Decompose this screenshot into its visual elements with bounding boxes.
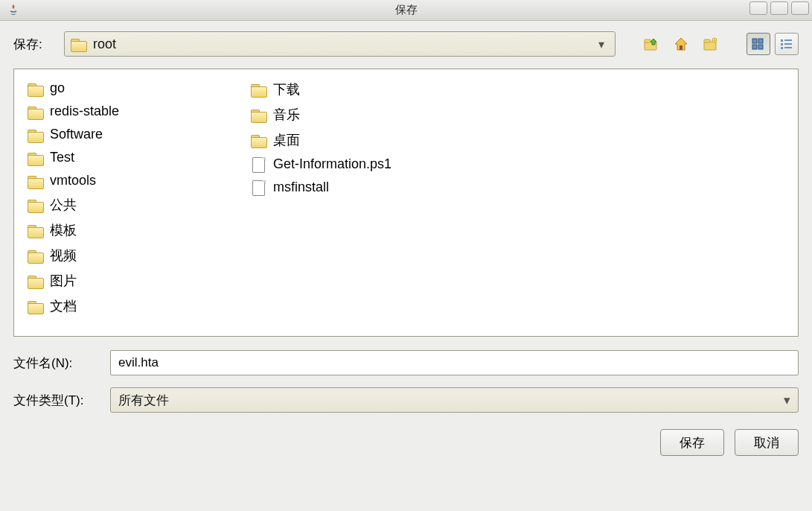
filename-input[interactable] bbox=[110, 350, 799, 375]
maximize-button[interactable] bbox=[770, 1, 788, 15]
filename-row: 文件名(N): bbox=[0, 344, 812, 381]
folder-item[interactable]: 下载 bbox=[248, 77, 441, 102]
folder-icon bbox=[28, 249, 44, 262]
home-button[interactable] bbox=[669, 32, 693, 56]
item-label: 图片 bbox=[50, 272, 77, 290]
svg-rect-14 bbox=[781, 47, 783, 49]
folder-icon bbox=[28, 299, 44, 313]
svg-rect-15 bbox=[784, 47, 792, 48]
save-button[interactable]: 保存 bbox=[660, 429, 724, 456]
details-view-button[interactable] bbox=[775, 33, 799, 55]
folder-item[interactable]: Test bbox=[25, 146, 218, 169]
minimize-button[interactable] bbox=[749, 1, 767, 15]
window-title: 保存 bbox=[395, 3, 418, 17]
item-label: Software bbox=[50, 127, 103, 142]
svg-rect-8 bbox=[752, 45, 757, 49]
list-view-button[interactable] bbox=[747, 33, 770, 55]
filename-label: 文件名(N): bbox=[13, 355, 97, 372]
title-bar: 保存 bbox=[0, 0, 812, 21]
folder-icon bbox=[28, 151, 44, 165]
location-dropdown[interactable]: root ▾ bbox=[64, 31, 616, 57]
file-item[interactable]: Get-Information.ps1 bbox=[248, 153, 441, 176]
svg-rect-10 bbox=[781, 39, 783, 42]
item-label: go bbox=[50, 80, 65, 96]
folder-item[interactable]: Software bbox=[25, 123, 218, 146]
item-label: 音乐 bbox=[273, 106, 300, 124]
svg-rect-7 bbox=[758, 39, 763, 43]
folder-item[interactable]: go bbox=[25, 77, 218, 100]
location-toolbar: 保存: root ▾ bbox=[0, 21, 812, 64]
folder-icon bbox=[28, 174, 44, 188]
file-list-pane[interactable]: goredis-stableSoftwareTestvmtools公共模板视频图… bbox=[13, 69, 799, 337]
folder-icon bbox=[251, 133, 267, 147]
item-label: 模板 bbox=[50, 221, 77, 239]
folder-item[interactable]: vmtools bbox=[25, 169, 218, 192]
svg-rect-13 bbox=[784, 43, 792, 45]
file-item[interactable]: msfinstall bbox=[248, 176, 441, 199]
item-label: msfinstall bbox=[273, 180, 329, 195]
folder-item[interactable]: redis-stable bbox=[25, 100, 218, 123]
java-icon bbox=[4, 1, 22, 19]
folder-icon bbox=[28, 82, 44, 95]
close-button[interactable] bbox=[791, 1, 809, 15]
cancel-button[interactable]: 取消 bbox=[735, 429, 799, 456]
item-label: 视频 bbox=[50, 247, 77, 264]
svg-rect-4 bbox=[704, 39, 710, 42]
filetype-row: 文件类型(T): 所有文件 ▾ bbox=[0, 381, 812, 419]
item-label: 公共 bbox=[50, 196, 77, 214]
item-label: redis-stable bbox=[50, 104, 119, 119]
svg-rect-11 bbox=[784, 39, 792, 41]
item-label: 桌面 bbox=[273, 131, 300, 149]
folder-item[interactable]: 音乐 bbox=[248, 102, 441, 127]
up-one-level-button[interactable] bbox=[639, 32, 663, 56]
save-in-label: 保存: bbox=[13, 36, 54, 53]
file-icon bbox=[251, 157, 267, 172]
folder-item[interactable]: 图片 bbox=[25, 268, 218, 293]
chevron-down-icon: ▾ bbox=[776, 393, 790, 408]
folder-icon bbox=[251, 83, 267, 96]
folder-icon bbox=[28, 128, 44, 142]
window-controls bbox=[749, 1, 809, 15]
folder-icon bbox=[251, 108, 267, 121]
filetype-value: 所有文件 bbox=[118, 392, 776, 409]
dialog-buttons: 保存 取消 bbox=[0, 419, 812, 466]
chevron-down-icon: ▾ bbox=[594, 37, 609, 51]
folder-icon bbox=[28, 274, 44, 288]
item-label: 下载 bbox=[273, 80, 300, 98]
folder-icon bbox=[28, 223, 44, 237]
folder-item[interactable]: 视频 bbox=[25, 243, 218, 268]
svg-rect-6 bbox=[752, 39, 757, 43]
folder-item[interactable]: 文档 bbox=[25, 293, 218, 319]
item-label: 文档 bbox=[50, 297, 77, 315]
item-label: Test bbox=[50, 150, 74, 165]
new-folder-button[interactable] bbox=[699, 32, 723, 56]
location-text: root bbox=[93, 36, 588, 52]
folder-icon bbox=[28, 198, 44, 212]
filetype-label: 文件类型(T): bbox=[13, 392, 97, 409]
svg-rect-3 bbox=[704, 42, 716, 50]
file-icon bbox=[251, 180, 267, 195]
svg-rect-9 bbox=[758, 45, 763, 49]
svg-rect-2 bbox=[680, 45, 682, 50]
filetype-dropdown[interactable]: 所有文件 ▾ bbox=[110, 387, 799, 413]
item-label: Get-Information.ps1 bbox=[273, 156, 391, 172]
folder-icon bbox=[71, 37, 87, 51]
item-label: vmtools bbox=[50, 173, 96, 188]
folder-icon bbox=[28, 105, 44, 118]
svg-rect-12 bbox=[781, 43, 783, 45]
svg-rect-1 bbox=[645, 39, 650, 42]
folder-item[interactable]: 模板 bbox=[25, 218, 218, 243]
folder-item[interactable]: 公共 bbox=[25, 192, 218, 218]
folder-item[interactable]: 桌面 bbox=[248, 127, 441, 153]
